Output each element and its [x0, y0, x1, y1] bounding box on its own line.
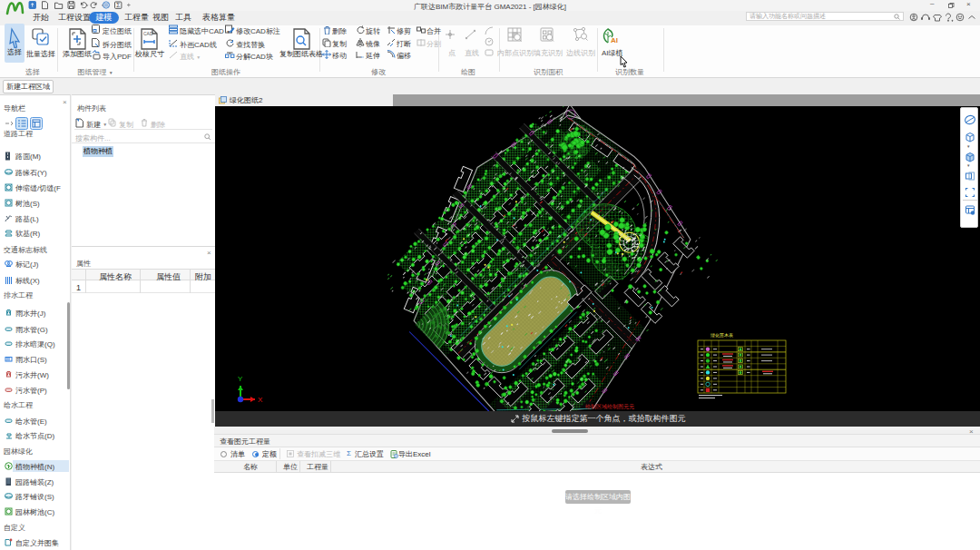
svg-text:Y: Y	[238, 375, 243, 383]
svg-text:AI: AI	[611, 36, 618, 44]
svg-text:绿化苗木表: 绿化苗木表	[710, 332, 733, 339]
svg-text:绘制区域绘制图元元: 绘制区域绘制图元元	[585, 403, 634, 410]
svg-text:Σ: Σ	[116, 2, 120, 8]
svg-text:X: X	[258, 396, 263, 404]
svg-text:CAD: CAD	[143, 31, 153, 36]
